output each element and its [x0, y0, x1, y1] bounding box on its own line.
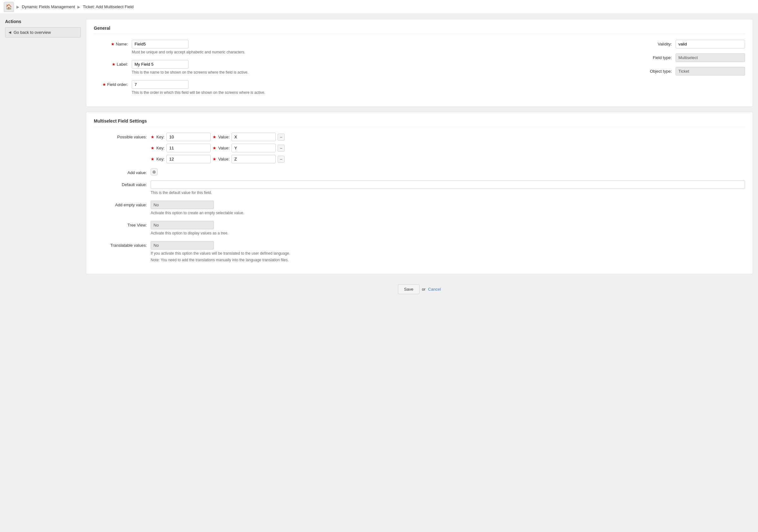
default-hint: This is the default value for this field…	[151, 190, 745, 195]
empty-value-row: Add empty value: Activate this option to…	[94, 200, 745, 216]
value-input-2[interactable]	[231, 144, 276, 152]
add-value-label: Add value:	[94, 168, 151, 175]
content-area: General ★ Name: Must be unique and only …	[86, 19, 753, 299]
name-hint: Must be unique and only accept alphabeti…	[132, 50, 628, 55]
translatable-row: Translatable values: If you activate thi…	[94, 241, 745, 263]
key-input-2[interactable]	[166, 144, 211, 152]
key-required-3: ★	[151, 157, 155, 161]
tree-view-input[interactable]	[151, 221, 214, 230]
general-section: General ★ Name: Must be unique and only …	[86, 19, 753, 107]
save-button[interactable]: Save	[398, 284, 419, 294]
general-left: ★ Name: Must be unique and only accept a…	[94, 40, 628, 100]
table-row: ★ Key: ★ Value: −	[151, 144, 745, 152]
key-required-1: ★	[151, 135, 155, 139]
sidebar-title: Actions	[5, 19, 81, 24]
cancel-button[interactable]: Cancel	[428, 287, 441, 292]
breadcrumb-sep-2: ▶	[77, 5, 80, 9]
pv-rows-wrap: ★ Key: ★ Value: − ★ Key:	[151, 133, 745, 163]
remove-button-3[interactable]: −	[278, 156, 285, 163]
main-layout: Actions ◀ Go back to overview General ★ …	[0, 14, 758, 304]
or-label: or	[422, 287, 426, 292]
translatable-content: If you activate this option the values w…	[151, 241, 745, 263]
value-required-3: ★	[213, 157, 216, 161]
possible-values-label: Possible values:	[94, 133, 151, 139]
name-content: Must be unique and only accept alphabeti…	[132, 40, 628, 55]
key-input-3[interactable]	[166, 155, 211, 163]
back-button-label: Go back to overview	[14, 30, 51, 35]
empty-hint: Activate this option to create an empty …	[151, 210, 745, 216]
field-type-input	[675, 53, 745, 62]
table-row: ★ Key: ★ Value: −	[151, 155, 745, 163]
breadcrumb-dynamic-fields[interactable]: Dynamic Fields Management	[22, 4, 75, 9]
name-row: ★ Name: Must be unique and only accept a…	[94, 40, 628, 55]
field-type-row: Field type:	[638, 53, 745, 62]
order-content: This is the order in which this field wi…	[132, 80, 628, 95]
empty-value-content: Activate this option to create an empty …	[151, 200, 745, 216]
multiselect-title: Multiselect Field Settings	[94, 119, 745, 127]
value-label-2: Value:	[218, 146, 229, 150]
order-required: ★	[102, 82, 106, 87]
translatable-input[interactable]	[151, 241, 214, 250]
default-value-input[interactable]	[151, 180, 745, 189]
general-right: Validity: Field type: Obje	[638, 40, 745, 100]
empty-value-input[interactable]	[151, 200, 214, 209]
default-value-label: Default value:	[94, 180, 151, 187]
field-order-input[interactable]	[132, 80, 189, 89]
value-input-1[interactable]	[231, 133, 276, 141]
default-value-content: This is the default value for this field…	[151, 180, 745, 195]
object-type-label: Object type:	[638, 67, 675, 74]
validity-label: Validity:	[638, 40, 675, 47]
name-required: ★	[111, 42, 115, 47]
label-required: ★	[112, 62, 116, 67]
possible-values-content: ★ Key: ★ Value: − ★ Key:	[151, 133, 745, 163]
breadcrumb: 🏠 ▶ Dynamic Fields Management ▶ Ticket: …	[0, 0, 758, 14]
key-input-1[interactable]	[166, 133, 211, 141]
tree-view-label: Tree View:	[94, 221, 151, 228]
object-type-input	[675, 67, 745, 76]
general-grid: ★ Name: Must be unique and only accept a…	[94, 40, 745, 100]
order-hint: This is the order in which this field wi…	[132, 90, 628, 95]
label-row: ★ Label: This is the name to be shown on…	[94, 60, 628, 75]
breadcrumb-current: Ticket: Add Multiselect Field	[83, 4, 134, 9]
add-value-button[interactable]: ⊕	[151, 168, 157, 175]
empty-value-label: Add empty value:	[94, 200, 151, 207]
tree-view-row: Tree View: Activate this option to displ…	[94, 221, 745, 236]
add-value-row: Add value: ⊕	[94, 168, 745, 175]
key-label-2: Key:	[156, 146, 164, 150]
key-label-3: Key:	[156, 157, 164, 161]
add-value-content: ⊕	[151, 168, 745, 175]
translatable-label: Translatable values:	[94, 241, 151, 248]
name-label: ★ Name:	[94, 40, 132, 47]
back-arrow-icon: ◀	[9, 30, 11, 34]
general-title: General	[94, 25, 745, 34]
field-order-row: ★ Field order: This is the order in whic…	[94, 80, 628, 95]
name-input[interactable]	[132, 40, 189, 48]
label-hint: This is the name to be shown on the scre…	[132, 70, 628, 75]
key-label-1: Key:	[156, 135, 164, 139]
default-value-row: Default value: This is the default value…	[94, 180, 745, 195]
remove-button-1[interactable]: −	[278, 134, 285, 141]
object-type-row: Object type:	[638, 67, 745, 76]
validity-input[interactable]	[675, 40, 745, 48]
tree-hint: Activate this option to display values a…	[151, 231, 745, 236]
footer-buttons: Save or Cancel	[86, 279, 753, 299]
field-type-label: Field type:	[638, 53, 675, 60]
validity-row: Validity:	[638, 40, 745, 48]
field-order-label: ★ Field order:	[94, 80, 132, 87]
remove-button-2[interactable]: −	[278, 145, 285, 152]
value-input-3[interactable]	[231, 155, 276, 163]
value-label-1: Value:	[218, 135, 229, 139]
validity-content	[675, 40, 745, 48]
label-input[interactable]	[132, 60, 189, 69]
table-row: ★ Key: ★ Value: −	[151, 133, 745, 141]
label-content: This is the name to be shown on the scre…	[132, 60, 628, 75]
sidebar: Actions ◀ Go back to overview	[5, 19, 81, 38]
translatable-hint-2: Note: You need to add the translations m…	[151, 258, 745, 263]
possible-values-row: Possible values: ★ Key: ★ Value: −	[94, 133, 745, 163]
home-icon[interactable]: 🏠	[4, 2, 14, 12]
key-required-2: ★	[151, 146, 155, 150]
back-to-overview-button[interactable]: ◀ Go back to overview	[5, 27, 81, 38]
multiselect-section: Multiselect Field Settings Possible valu…	[86, 112, 753, 274]
field-type-content	[675, 53, 745, 62]
label-label: ★ Label:	[94, 60, 132, 67]
